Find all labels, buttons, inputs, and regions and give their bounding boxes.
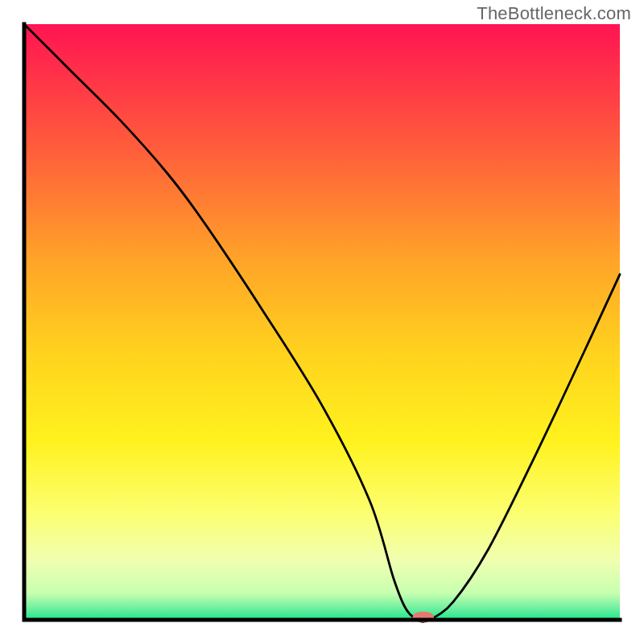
chart-svg xyxy=(0,0,644,644)
watermark-text: TheBottleneck.com xyxy=(477,3,631,24)
chart-container: TheBottleneck.com xyxy=(0,0,644,644)
